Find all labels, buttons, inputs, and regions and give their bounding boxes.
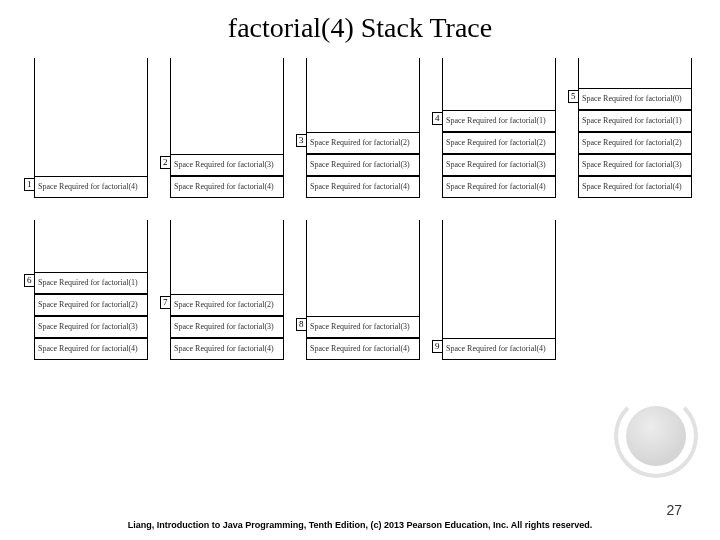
stack-frame: Space Required for factorial(4)	[442, 176, 556, 198]
stack-frame: Space Required for factorial(2)	[306, 132, 420, 154]
step-badge: 9	[432, 340, 443, 353]
stack-frame: Space Required for factorial(1)	[442, 110, 556, 132]
stack-side	[306, 58, 307, 132]
page-number: 27	[666, 502, 682, 518]
stack-column: 9Space Required for factorial(4)	[436, 220, 556, 360]
stack-side	[578, 58, 579, 88]
stack-side	[283, 58, 284, 154]
stack-frame: Space Required for factorial(4)	[442, 338, 556, 360]
stack-frame: Space Required for factorial(0)	[578, 88, 692, 110]
footer-text: Liang, Introduction to Java Programming,…	[0, 520, 720, 530]
stack-frame: Space Required for factorial(4)	[306, 338, 420, 360]
stack-frame: Space Required for factorial(1)	[578, 110, 692, 132]
stack-column: 1Space Required for factorial(4)	[28, 58, 148, 198]
stack-side	[147, 58, 148, 176]
spacer	[572, 220, 692, 360]
stack-side	[170, 58, 171, 154]
stack-side	[419, 58, 420, 132]
stack-frame: Space Required for factorial(2)	[34, 294, 148, 316]
step-badge: 6	[24, 274, 35, 287]
stack-frame: Space Required for factorial(3)	[170, 154, 284, 176]
stack-frame: Space Required for factorial(3)	[578, 154, 692, 176]
step-badge: 2	[160, 156, 171, 169]
stack-side	[283, 220, 284, 294]
stack-frame: Space Required for factorial(2)	[442, 132, 556, 154]
stack-row-bottom: 6Space Required for factorial(1)Space Re…	[28, 220, 692, 360]
stack-side	[419, 220, 420, 316]
stack-frame: Space Required for factorial(4)	[34, 176, 148, 198]
step-badge: 8	[296, 318, 307, 331]
step-badge: 1	[24, 178, 35, 191]
stack-frame: Space Required for factorial(3)	[306, 154, 420, 176]
step-badge: 4	[432, 112, 443, 125]
stack-side	[147, 220, 148, 272]
stack-side	[555, 220, 556, 338]
stack-column: 4Space Required for factorial(1)Space Re…	[436, 58, 556, 198]
stack-frame: Space Required for factorial(2)	[170, 294, 284, 316]
stack-frame: Space Required for factorial(4)	[306, 176, 420, 198]
stack-column: 7Space Required for factorial(2)Space Re…	[164, 220, 284, 360]
stack-side	[306, 220, 307, 316]
stack-frame: Space Required for factorial(3)	[306, 316, 420, 338]
stack-frame: Space Required for factorial(4)	[34, 338, 148, 360]
stack-side	[170, 220, 171, 294]
stack-frame: Space Required for factorial(4)	[578, 176, 692, 198]
step-badge: 5	[568, 90, 579, 103]
stack-column: 5Space Required for factorial(0)Space Re…	[572, 58, 692, 198]
stack-side	[691, 58, 692, 88]
stack-frame: Space Required for factorial(2)	[578, 132, 692, 154]
step-badge: 3	[296, 134, 307, 147]
page-title: factorial(4) Stack Trace	[0, 12, 720, 44]
stack-column: 2Space Required for factorial(3)Space Re…	[164, 58, 284, 198]
stack-frame: Space Required for factorial(4)	[170, 176, 284, 198]
stack-column: 8Space Required for factorial(3)Space Re…	[300, 220, 420, 360]
stack-side	[555, 58, 556, 110]
stack-side	[442, 220, 443, 338]
stack-side	[34, 58, 35, 176]
stack-frame: Space Required for factorial(4)	[170, 338, 284, 360]
stack-side	[442, 58, 443, 110]
stack-column: 3Space Required for factorial(2)Space Re…	[300, 58, 420, 198]
step-badge: 7	[160, 296, 171, 309]
stack-column: 6Space Required for factorial(1)Space Re…	[28, 220, 148, 360]
globe-icon	[610, 390, 702, 482]
stack-frame: Space Required for factorial(3)	[34, 316, 148, 338]
stack-side	[34, 220, 35, 272]
stack-frame: Space Required for factorial(3)	[442, 154, 556, 176]
stack-frame: Space Required for factorial(3)	[170, 316, 284, 338]
stack-row-top: 1Space Required for factorial(4)2Space R…	[28, 58, 692, 198]
stack-rows: 1Space Required for factorial(4)2Space R…	[0, 58, 720, 360]
stack-frame: Space Required for factorial(1)	[34, 272, 148, 294]
